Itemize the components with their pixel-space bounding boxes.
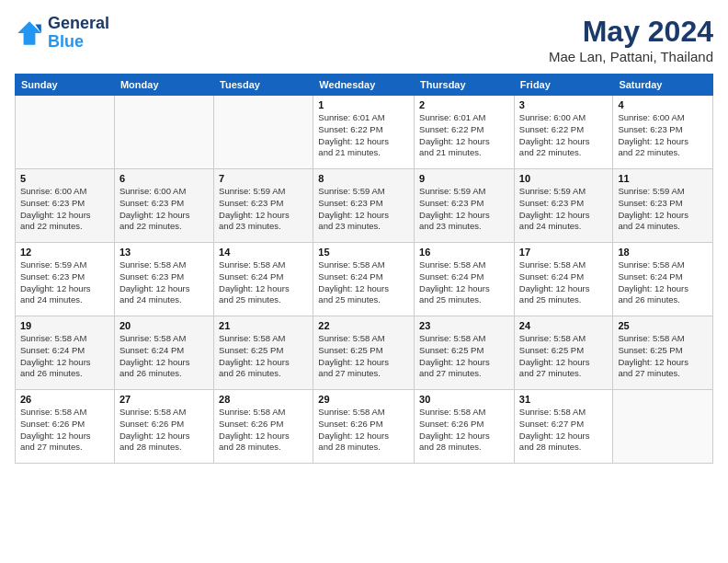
calendar-cell — [16, 96, 115, 169]
calendar-cell: 25Sunrise: 5:58 AM Sunset: 6:25 PM Dayli… — [613, 316, 713, 390]
day-info: Sunrise: 5:59 AM Sunset: 6:23 PM Dayligh… — [20, 259, 109, 306]
day-info: Sunrise: 5:58 AM Sunset: 6:24 PM Dayligh… — [419, 259, 509, 306]
calendar-cell: 31Sunrise: 5:58 AM Sunset: 6:27 PM Dayli… — [514, 390, 613, 464]
calendar-cell: 12Sunrise: 5:59 AM Sunset: 6:23 PM Dayli… — [16, 243, 115, 316]
day-number: 28 — [219, 394, 308, 405]
day-info: Sunrise: 6:00 AM Sunset: 6:22 PM Dayligh… — [519, 112, 609, 159]
calendar-week-1: 1Sunrise: 6:01 AM Sunset: 6:22 PM Daylig… — [16, 96, 713, 169]
day-info: Sunrise: 6:00 AM Sunset: 6:23 PM Dayligh… — [119, 186, 209, 233]
calendar-cell: 20Sunrise: 5:58 AM Sunset: 6:24 PM Dayli… — [114, 316, 213, 390]
calendar-week-5: 26Sunrise: 5:58 AM Sunset: 6:26 PM Dayli… — [16, 390, 713, 464]
day-info: Sunrise: 6:00 AM Sunset: 6:23 PM Dayligh… — [618, 112, 708, 159]
calendar-table: SundayMondayTuesdayWednesdayThursdayFrid… — [15, 74, 713, 464]
day-info: Sunrise: 5:58 AM Sunset: 6:26 PM Dayligh… — [419, 407, 509, 454]
day-number: 29 — [318, 394, 409, 405]
logo-icon — [15, 18, 44, 48]
weekday-header-thursday: Thursday — [415, 75, 515, 96]
day-number: 14 — [219, 247, 308, 258]
calendar-cell: 18Sunrise: 5:58 AM Sunset: 6:24 PM Dayli… — [613, 243, 713, 316]
calendar-cell: 19Sunrise: 5:58 AM Sunset: 6:24 PM Dayli… — [16, 316, 115, 390]
calendar-cell: 24Sunrise: 5:58 AM Sunset: 6:25 PM Dayli… — [514, 316, 613, 390]
weekday-header-friday: Friday — [514, 75, 613, 96]
day-info: Sunrise: 5:58 AM Sunset: 6:25 PM Dayligh… — [219, 333, 308, 380]
day-number: 8 — [318, 173, 409, 184]
day-info: Sunrise: 5:59 AM Sunset: 6:23 PM Dayligh… — [618, 186, 708, 233]
day-number: 24 — [519, 320, 609, 331]
calendar-cell: 16Sunrise: 5:58 AM Sunset: 6:24 PM Dayli… — [415, 243, 515, 316]
day-number: 27 — [119, 394, 209, 405]
day-info: Sunrise: 5:59 AM Sunset: 6:23 PM Dayligh… — [219, 186, 308, 233]
day-number: 13 — [119, 247, 209, 258]
title-block: May 2024 Mae Lan, Pattani, Thailand — [549, 15, 713, 64]
day-number: 22 — [318, 320, 409, 331]
day-number: 21 — [219, 320, 308, 331]
day-info: Sunrise: 5:58 AM Sunset: 6:25 PM Dayligh… — [318, 333, 409, 380]
calendar-cell: 4Sunrise: 6:00 AM Sunset: 6:23 PM Daylig… — [613, 96, 713, 169]
day-number: 7 — [219, 173, 308, 184]
calendar-cell: 11Sunrise: 5:59 AM Sunset: 6:23 PM Dayli… — [613, 169, 713, 243]
day-info: Sunrise: 5:58 AM Sunset: 6:23 PM Dayligh… — [119, 259, 209, 306]
weekday-header-row: SundayMondayTuesdayWednesdayThursdayFrid… — [16, 75, 713, 96]
day-number: 23 — [419, 320, 509, 331]
calendar-week-2: 5Sunrise: 6:00 AM Sunset: 6:23 PM Daylig… — [16, 169, 713, 243]
day-info: Sunrise: 5:58 AM Sunset: 6:24 PM Dayligh… — [219, 259, 308, 306]
day-number: 4 — [618, 99, 708, 110]
calendar-week-4: 19Sunrise: 5:58 AM Sunset: 6:24 PM Dayli… — [16, 316, 713, 390]
day-number: 17 — [519, 247, 609, 258]
calendar-cell: 22Sunrise: 5:58 AM Sunset: 6:25 PM Dayli… — [313, 316, 415, 390]
day-number: 31 — [519, 394, 609, 405]
calendar-cell: 26Sunrise: 5:58 AM Sunset: 6:26 PM Dayli… — [16, 390, 115, 464]
calendar-cell: 21Sunrise: 5:58 AM Sunset: 6:25 PM Dayli… — [214, 316, 313, 390]
calendar-cell — [114, 96, 213, 169]
day-number: 26 — [20, 394, 109, 405]
day-number: 3 — [519, 99, 609, 110]
logo: General Blue — [15, 15, 109, 52]
weekday-header-wednesday: Wednesday — [313, 75, 415, 96]
day-info: Sunrise: 5:59 AM Sunset: 6:23 PM Dayligh… — [519, 186, 609, 233]
day-info: Sunrise: 5:59 AM Sunset: 6:23 PM Dayligh… — [419, 186, 509, 233]
day-number: 20 — [119, 320, 209, 331]
day-info: Sunrise: 5:58 AM Sunset: 6:26 PM Dayligh… — [119, 407, 209, 454]
calendar-cell: 6Sunrise: 6:00 AM Sunset: 6:23 PM Daylig… — [114, 169, 213, 243]
calendar-cell: 1Sunrise: 6:01 AM Sunset: 6:22 PM Daylig… — [313, 96, 415, 169]
day-info: Sunrise: 5:58 AM Sunset: 6:25 PM Dayligh… — [519, 333, 609, 380]
calendar-cell: 8Sunrise: 5:59 AM Sunset: 6:23 PM Daylig… — [313, 169, 415, 243]
day-number: 10 — [519, 173, 609, 184]
day-number: 18 — [618, 247, 708, 258]
day-number: 11 — [618, 173, 708, 184]
calendar-cell: 3Sunrise: 6:00 AM Sunset: 6:22 PM Daylig… — [514, 96, 613, 169]
day-number: 19 — [20, 320, 109, 331]
calendar-cell: 9Sunrise: 5:59 AM Sunset: 6:23 PM Daylig… — [415, 169, 515, 243]
weekday-header-saturday: Saturday — [613, 75, 713, 96]
day-number: 5 — [20, 173, 109, 184]
day-info: Sunrise: 5:58 AM Sunset: 6:24 PM Dayligh… — [119, 333, 209, 380]
page-header: General Blue May 2024 Mae Lan, Pattani, … — [15, 15, 713, 64]
day-number: 16 — [419, 247, 509, 258]
day-info: Sunrise: 5:58 AM Sunset: 6:26 PM Dayligh… — [318, 407, 409, 454]
calendar-cell — [613, 390, 713, 464]
calendar-cell — [214, 96, 313, 169]
day-info: Sunrise: 5:58 AM Sunset: 6:27 PM Dayligh… — [519, 407, 609, 454]
day-number: 9 — [419, 173, 509, 184]
calendar-cell: 28Sunrise: 5:58 AM Sunset: 6:26 PM Dayli… — [214, 390, 313, 464]
day-info: Sunrise: 5:58 AM Sunset: 6:24 PM Dayligh… — [20, 333, 109, 380]
day-number: 2 — [419, 99, 509, 110]
location-title: Mae Lan, Pattani, Thailand — [549, 49, 713, 64]
day-info: Sunrise: 5:58 AM Sunset: 6:26 PM Dayligh… — [20, 407, 109, 454]
weekday-header-tuesday: Tuesday — [214, 75, 313, 96]
day-info: Sunrise: 5:58 AM Sunset: 6:24 PM Dayligh… — [618, 259, 708, 306]
calendar-cell: 17Sunrise: 5:58 AM Sunset: 6:24 PM Dayli… — [514, 243, 613, 316]
day-info: Sunrise: 5:58 AM Sunset: 6:24 PM Dayligh… — [519, 259, 609, 306]
day-info: Sunrise: 5:58 AM Sunset: 6:25 PM Dayligh… — [618, 333, 708, 380]
calendar-cell: 5Sunrise: 6:00 AM Sunset: 6:23 PM Daylig… — [16, 169, 115, 243]
day-number: 6 — [119, 173, 209, 184]
weekday-header-sunday: Sunday — [16, 75, 115, 96]
calendar-cell: 10Sunrise: 5:59 AM Sunset: 6:23 PM Dayli… — [514, 169, 613, 243]
day-info: Sunrise: 5:58 AM Sunset: 6:24 PM Dayligh… — [318, 259, 409, 306]
calendar-body: 1Sunrise: 6:01 AM Sunset: 6:22 PM Daylig… — [16, 96, 713, 464]
day-info: Sunrise: 5:58 AM Sunset: 6:26 PM Dayligh… — [219, 407, 308, 454]
calendar-cell: 29Sunrise: 5:58 AM Sunset: 6:26 PM Dayli… — [313, 390, 415, 464]
logo-text: General Blue — [48, 15, 109, 52]
calendar-cell: 14Sunrise: 5:58 AM Sunset: 6:24 PM Dayli… — [214, 243, 313, 316]
calendar-cell: 27Sunrise: 5:58 AM Sunset: 6:26 PM Dayli… — [114, 390, 213, 464]
